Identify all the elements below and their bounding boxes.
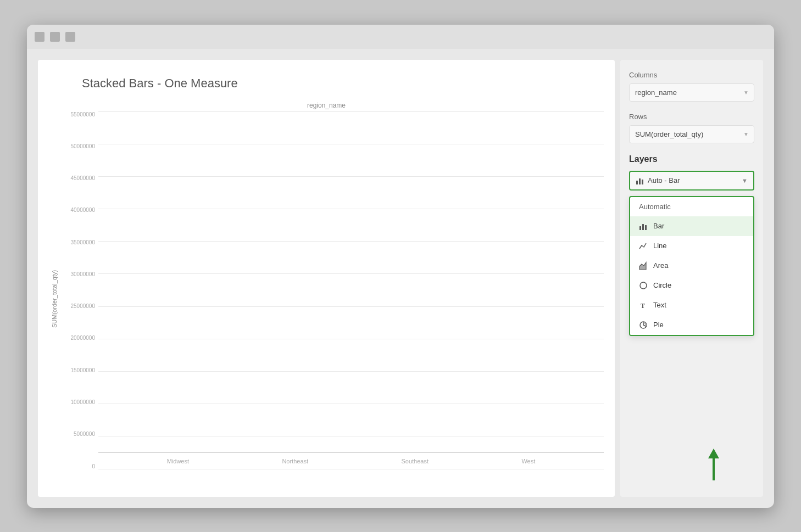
y-tick: 25000000: [60, 303, 98, 309]
arrow-stem: [713, 458, 715, 480]
rows-label: Rows: [629, 113, 754, 121]
chart-x-axis-label: region_name: [49, 102, 604, 109]
sidebar: Columns region_name ▼ Rows SUM(order_tot…: [620, 60, 763, 497]
y-tick: 45000000: [60, 175, 98, 181]
layers-dropdown-btn-inner: Auto - Bar: [636, 176, 680, 185]
dropdown-item-text-label: Text: [653, 301, 666, 309]
y-tick: 15000000: [60, 367, 98, 373]
titlebar: [27, 25, 774, 49]
circle-icon: [639, 281, 648, 290]
layers-section: Layers Auto - Bar ▼ Automati: [629, 154, 754, 336]
rows-select-wrapper[interactable]: SUM(order_total_qty) ▼: [629, 125, 754, 143]
layers-dropdown-arrow: ▼: [742, 177, 748, 184]
svg-rect-0: [636, 181, 638, 184]
svg-rect-3: [639, 226, 641, 230]
x-labels: Midwest Northeast Southeast West: [98, 453, 604, 469]
chart-plot: 0 5000000 10000000 15000000 20000000 250…: [60, 111, 604, 486]
dropdown-item-pie-label: Pie: [653, 321, 664, 329]
svg-marker-6: [639, 262, 646, 270]
y-axis-ticks: 0 5000000 10000000 15000000 20000000 250…: [60, 111, 98, 469]
line-chart-icon: [639, 242, 648, 250]
text-icon: T: [639, 301, 648, 310]
y-tick: 0: [60, 463, 98, 469]
dropdown-item-bar-label: Bar: [653, 222, 664, 230]
layers-dropdown-menu: Automatic Bar Line: [629, 196, 754, 336]
columns-label: Columns: [629, 71, 754, 79]
dropdown-item-text[interactable]: T Text: [630, 295, 753, 315]
bars-container: [98, 111, 604, 469]
y-tick: 40000000: [60, 207, 98, 213]
dropdown-item-area[interactable]: Area: [630, 256, 753, 276]
y-axis-label: SUM(order_total_qty): [49, 111, 60, 486]
titlebar-btn-3[interactable]: [65, 32, 75, 42]
columns-section: Columns region_name ▼: [629, 71, 754, 102]
app-window: Stacked Bars - One Measure region_name S…: [27, 25, 774, 508]
dropdown-item-automatic[interactable]: Automatic: [630, 197, 753, 216]
titlebar-btn-1[interactable]: [35, 32, 44, 42]
chart-body: SUM(order_total_qty) 0 5000000 10000000 …: [49, 111, 604, 486]
chart-grid-area: 0 5000000 10000000 15000000 20000000 250…: [60, 111, 604, 486]
arrow-annotation: [708, 449, 719, 480]
arrow-up-icon: [708, 449, 719, 458]
bars-area: Midwest Northeast Southeast West: [98, 111, 604, 469]
dropdown-item-bar[interactable]: Bar: [630, 216, 753, 236]
svg-rect-1: [639, 178, 641, 184]
svg-text:T: T: [641, 302, 645, 310]
chart-area: Stacked Bars - One Measure region_name S…: [38, 60, 615, 497]
y-tick: 5000000: [60, 431, 98, 437]
y-tick: 20000000: [60, 335, 98, 341]
y-tick: 30000000: [60, 271, 98, 277]
svg-rect-2: [642, 180, 643, 184]
svg-point-7: [640, 282, 647, 289]
pie-icon: [639, 321, 648, 329]
dropdown-item-line-label: Line: [653, 242, 667, 250]
dropdown-item-pie[interactable]: Pie: [630, 315, 753, 335]
columns-select-wrapper[interactable]: region_name ▼: [629, 83, 754, 102]
chart-inner: region_name SUM(order_total_qty) 0 50000…: [49, 102, 604, 486]
svg-rect-5: [645, 225, 647, 230]
titlebar-btn-2[interactable]: [50, 32, 60, 42]
y-tick: 10000000: [60, 399, 98, 405]
layers-dropdown-label: Auto - Bar: [648, 176, 680, 184]
bar-chart-dropdown-icon: [639, 222, 648, 231]
chart-title: Stacked Bars - One Measure: [49, 76, 604, 91]
y-tick: 50000000: [60, 143, 98, 149]
dropdown-item-area-label: Area: [653, 261, 668, 270]
rows-select[interactable]: SUM(order_total_qty): [629, 125, 754, 143]
columns-select[interactable]: region_name: [629, 83, 754, 102]
y-tick: 35000000: [60, 239, 98, 245]
main-content: Stacked Bars - One Measure region_name S…: [27, 49, 774, 508]
dropdown-item-line[interactable]: Line: [630, 236, 753, 256]
svg-rect-4: [642, 224, 644, 230]
bar-chart-icon: [636, 176, 644, 185]
layers-label: Layers: [629, 154, 754, 164]
dropdown-item-circle-label: Circle: [653, 281, 671, 289]
x-label-northeast: Northeast: [282, 458, 308, 464]
dropdown-item-circle[interactable]: Circle: [630, 276, 753, 295]
rows-section: Rows SUM(order_total_qty) ▼: [629, 113, 754, 143]
x-label-southeast: Southeast: [401, 458, 429, 464]
x-label-west: West: [521, 458, 535, 464]
y-tick: 55000000: [60, 111, 98, 117]
layers-dropdown-button[interactable]: Auto - Bar ▼: [629, 171, 754, 191]
x-label-midwest: Midwest: [167, 458, 189, 464]
area-chart-icon: [639, 261, 648, 270]
